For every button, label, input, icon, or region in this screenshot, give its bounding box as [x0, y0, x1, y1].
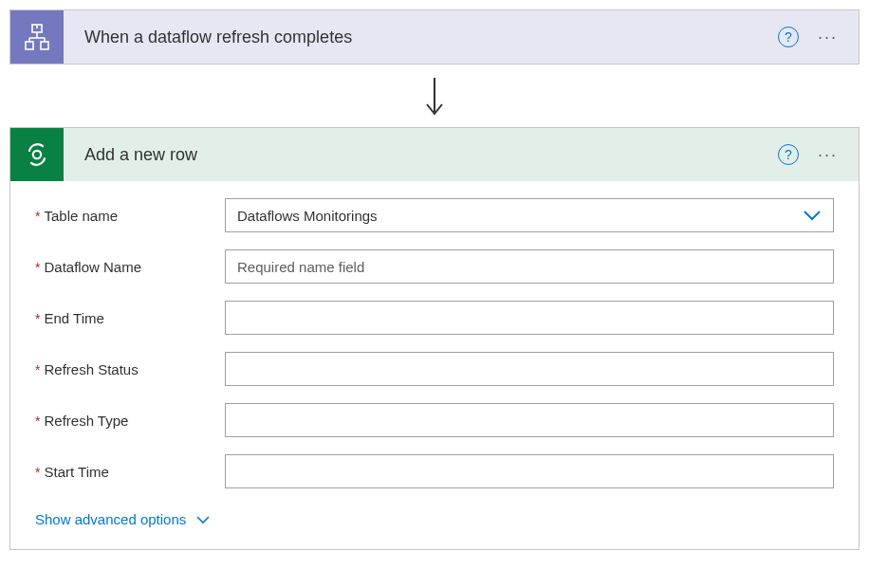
show-advanced-options-link[interactable]: Show advanced options [35, 511, 211, 527]
refresh-type-input[interactable] [225, 403, 834, 437]
ellipsis-icon[interactable]: ··· [812, 145, 843, 165]
help-icon[interactable]: ? [778, 144, 799, 165]
dataflow-name-input[interactable] [225, 249, 834, 284]
field-label: * End Time [35, 310, 225, 326]
ellipsis-icon[interactable]: ··· [812, 28, 843, 47]
required-indicator: * [35, 362, 40, 377]
refresh-status-input[interactable] [225, 352, 834, 386]
label-text: Start Time [44, 464, 108, 480]
required-indicator: * [35, 465, 40, 480]
field-refresh-status: * Refresh Status [35, 352, 834, 386]
table-name-select[interactable]: Dataflows Monitorings [225, 198, 834, 232]
chevron-down-icon [803, 208, 822, 224]
help-icon[interactable]: ? [778, 27, 799, 47]
workflow-icon [10, 10, 64, 64]
field-label: * Dataflow Name [35, 259, 225, 275]
field-label: * Refresh Status [35, 361, 225, 377]
trigger-header[interactable]: When a dataflow refresh completes ? ··· [10, 10, 859, 64]
field-dataflow-name: * Dataflow Name [35, 249, 834, 284]
label-text: Refresh Type [44, 413, 128, 429]
end-time-input[interactable] [225, 301, 834, 335]
dataverse-icon [10, 128, 64, 181]
required-indicator: * [35, 413, 40, 429]
required-indicator: * [35, 209, 40, 224]
label-text: Table name [44, 208, 118, 224]
label-text: Dataflow Name [44, 259, 141, 275]
field-table-name: * Table name Dataflows Monitorings [35, 198, 834, 232]
start-time-input[interactable] [225, 454, 834, 488]
action-actions: ? ··· [778, 144, 843, 165]
action-title: Add a new row [64, 145, 778, 165]
field-refresh-type: * Refresh Type [35, 403, 834, 437]
svg-rect-7 [41, 42, 48, 49]
field-start-time: * Start Time [35, 454, 834, 488]
trigger-title: When a dataflow refresh completes [64, 28, 778, 47]
flow-arrow [9, 64, 860, 127]
svg-rect-6 [26, 42, 33, 49]
chevron-down-icon [195, 511, 211, 527]
field-label: * Table name [35, 208, 225, 224]
label-text: End Time [44, 310, 103, 326]
field-label: * Refresh Type [35, 413, 225, 429]
required-indicator: * [35, 260, 40, 275]
svg-point-9 [33, 151, 41, 158]
required-indicator: * [35, 311, 40, 326]
field-label: * Start Time [35, 464, 225, 480]
select-value: Dataflows Monitorings [237, 208, 378, 224]
action-header[interactable]: Add a new row ? ··· [10, 128, 859, 181]
label-text: Refresh Status [44, 361, 138, 377]
trigger-actions: ? ··· [778, 27, 843, 47]
action-card: Add a new row ? ··· * Table name Dataflo… [9, 127, 860, 550]
action-body: * Table name Dataflows Monitorings * Dat… [10, 181, 859, 549]
field-end-time: * End Time [35, 301, 834, 335]
trigger-card: When a dataflow refresh completes ? ··· [9, 9, 860, 64]
advanced-label: Show advanced options [35, 511, 186, 527]
